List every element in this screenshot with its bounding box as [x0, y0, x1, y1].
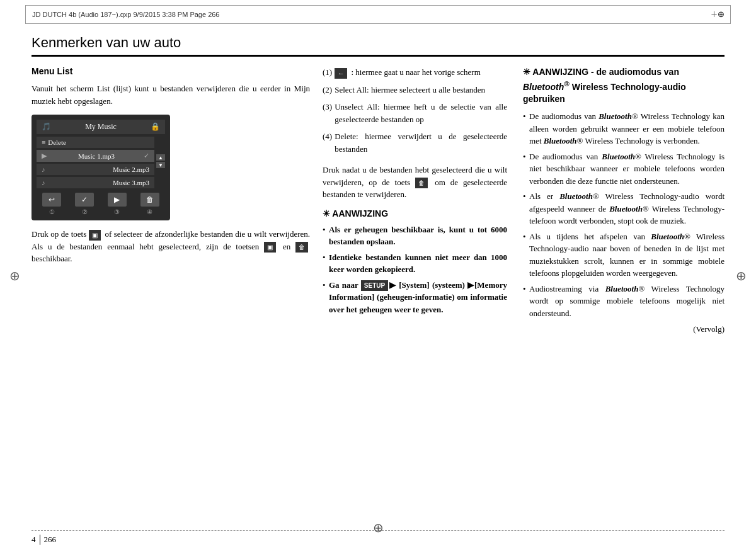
- music-icon: 🎵: [42, 122, 51, 132]
- bullet-2-text: Identieke bestanden kunnen niet meer dan…: [329, 253, 507, 275]
- star-symbol-right: ✳: [523, 67, 530, 77]
- bt-italic-1: Bluetooth: [598, 111, 632, 121]
- trash-icon-inline: 🗑: [415, 178, 428, 188]
- list-num-2: (2): [323, 84, 332, 96]
- footer-page-num: 266: [44, 535, 57, 545]
- right-bullet-3: Als er Bluetooth® Wireless Technology-au…: [523, 190, 724, 227]
- bullet-item-3: Ga naar SETUP▶ [System] (systeem) ▶[Memo…: [323, 279, 507, 316]
- list-num-3: (3): [323, 101, 332, 125]
- delete-btn[interactable]: ≡ Delete: [37, 137, 154, 148]
- ctrl-num-1: ①: [43, 208, 62, 215]
- ctrl-num-2: ②: [75, 208, 94, 215]
- play-ctrl-btn[interactable]: ▶: [108, 193, 127, 207]
- setup-btn[interactable]: SETUP: [361, 280, 388, 291]
- bt-italic-6: Bluetooth: [651, 232, 684, 241]
- star-symbol: ✳: [323, 208, 330, 219]
- list-item-1: (1) ← : hiermee gaat u naar het vorige s…: [323, 66, 507, 79]
- track-3-name: Music 3.mp3: [113, 179, 149, 186]
- back-ctrl-btn[interactable]: ↩: [42, 193, 61, 207]
- play-icon: ▶: [42, 152, 47, 160]
- bottom-crosshair-icon: ⊕: [373, 520, 384, 535]
- list-item-4-content: Delete: hiermee verwijdert u de geselect…: [335, 130, 507, 155]
- track-1[interactable]: ▶ Music 1.mp3 ✓: [37, 150, 154, 162]
- track-2[interactable]: ♪ Music 2.mp3: [37, 164, 154, 175]
- music-controls: ↩ ✓ ▶ 🗑: [37, 193, 165, 207]
- track-2-name: Music 2.mp3: [113, 166, 149, 173]
- druk-nadat-text: Druk nadat u de bestanden hebt geselecte…: [323, 164, 507, 201]
- bt-italic-7: Bluetooth: [605, 284, 639, 293]
- bt-italic-4: Bluetooth: [559, 191, 593, 201]
- right-bullet-4: Als u tijdens het afspelen van Bluetooth…: [523, 230, 724, 280]
- left-column: Menu List Vanuit het scherm List (lijst)…: [32, 66, 323, 516]
- ctrl-num-4: ④: [140, 208, 159, 215]
- right-bullet-1: De audiomodus van Bluetooth® Wireless Te…: [523, 110, 724, 147]
- print-bar-text: JD DUTCH 4b (Audio 187~).qxp 9/9/2015 3:…: [32, 11, 711, 18]
- bullet-3-text-setup: Ga naar SETUP▶ [System] (systeem) ▶[Memo…: [329, 280, 507, 314]
- bt-italic-3: Bluetooth: [602, 152, 635, 161]
- aanwijzing-title: ✳ AANWIJZING: [323, 208, 507, 219]
- right-aanwijzing-title: ✳ AANWIJZING - de audiomodus van Bluetoo…: [523, 66, 724, 105]
- vervolg-text: (Vervolg): [523, 324, 724, 334]
- list-item-2: (2) Select All: hiermee selecteert u all…: [323, 84, 507, 96]
- right-bullet-2: De audiomodus van Bluetooth® Wireless Te…: [523, 151, 724, 188]
- list-item-4: (4) Delete: hiermee verwijdert u de gese…: [323, 130, 507, 155]
- druk-toets-text: Druk op de toets: [32, 229, 89, 239]
- list-num-4: (4): [323, 130, 332, 155]
- numbered-list: (1) ← : hiermee gaat u naar het vorige s…: [323, 66, 507, 155]
- crosshair-icon: ⊕: [711, 8, 724, 21]
- trash-ctrl-btn[interactable]: 🗑: [140, 193, 159, 207]
- bluetooth-title: Bluetooth: [523, 81, 564, 91]
- left-crosshair-icon: ⊕: [9, 268, 20, 283]
- print-bar: JD DUTCH 4b (Audio 187~).qxp 9/9/2015 3:…: [25, 5, 731, 24]
- ctrl-num-3: ③: [108, 208, 127, 215]
- vervolg-label: (Vervolg): [693, 324, 724, 334]
- back-icon-inline: ←: [335, 68, 347, 79]
- right-bullet-list: De audiomodus van Bluetooth® Wireless Te…: [523, 110, 724, 319]
- right-column: ✳ AANWIJZING - de audiomodus van Bluetoo…: [517, 66, 724, 516]
- list-item-2-content: Select All: hiermee selecteert u alle be…: [335, 84, 485, 96]
- bullet-list: Als er geheugen beschikbaar is, kunt u t…: [323, 224, 507, 316]
- bullet-item-2: Identieke bestanden kunnen niet meer dan…: [323, 251, 507, 276]
- beschikbaar-text: beschikbaar.: [32, 254, 72, 263]
- scroll-down-btn[interactable]: ▼: [156, 162, 165, 168]
- music-player-ui: 🎵 My Music 🔒 ≡ Delete ▶ Music 1.mp3 ✓: [32, 115, 170, 220]
- bt-italic-2: Bluetooth: [544, 136, 577, 145]
- music-header-title: My Music: [85, 122, 117, 132]
- list-item-3: (3) Unselect All: hiermee heft u de sele…: [323, 101, 507, 125]
- footer-chapter-num: 4: [32, 535, 36, 545]
- footer-separator: [40, 535, 40, 545]
- page-header: Kenmerken van uw auto: [32, 35, 724, 57]
- lock-icon: 🔒: [151, 122, 160, 132]
- section-title: Menu List: [32, 66, 310, 76]
- check-ctrl-btn[interactable]: ✓: [75, 193, 94, 207]
- en-text: en: [283, 242, 295, 251]
- checkmark-icon: ✓: [144, 152, 149, 160]
- trash-btn-inline-2: 🗑: [295, 242, 308, 253]
- right-bullet-5: Audiostreaming via Bluetooth® Wireless T…: [523, 283, 724, 320]
- bt-italic-5: Bluetooth: [609, 204, 643, 213]
- trash-btn-inline-1: ▣: [264, 242, 276, 253]
- bullet-1-text: Als er geheugen beschikbaar is, kunt u t…: [329, 225, 507, 247]
- music-note-icon-1: ♪: [42, 166, 45, 173]
- bullet-item-1: Als er geheugen beschikbaar is, kunt u t…: [323, 224, 507, 248]
- page-title: Kenmerken van uw auto: [32, 35, 724, 51]
- select-btn-inline: ▣: [89, 230, 101, 241]
- control-numbers: ① ② ③ ④: [37, 208, 165, 215]
- track-3[interactable]: ♪ Music 3.mp3: [37, 177, 154, 188]
- aanwijzing-box: ✳ AANWIJZING Als er geheugen beschikbaar…: [323, 208, 507, 316]
- list-num-1: (1): [323, 66, 332, 79]
- list-icon: ≡: [42, 139, 45, 146]
- delete-label: Delete: [48, 139, 66, 146]
- right-crosshair-icon: ⊕: [736, 268, 747, 283]
- music-ui-header: 🎵 My Music 🔒: [37, 120, 165, 134]
- music-note-icon-2: ♪: [42, 179, 45, 186]
- intro-text: Vanuit het scherm List (lijst) kunt u be…: [32, 82, 310, 107]
- list-item-3-content: Unselect All: hiermee heft u de selectie…: [335, 101, 507, 125]
- mid-column: (1) ← : hiermee gaat u naar het vorige s…: [323, 66, 517, 516]
- list-item-1-content: ← : hiermee gaat u naar het vorige scher…: [335, 66, 481, 79]
- content-area: Menu List Vanuit het scherm List (lijst)…: [32, 66, 724, 516]
- track-1-name: Music 1.mp3: [78, 152, 115, 160]
- body-text-2: Druk op de toets ▣ of selecteer de afzon…: [32, 228, 310, 265]
- scroll-up-btn[interactable]: ▲: [156, 154, 165, 161]
